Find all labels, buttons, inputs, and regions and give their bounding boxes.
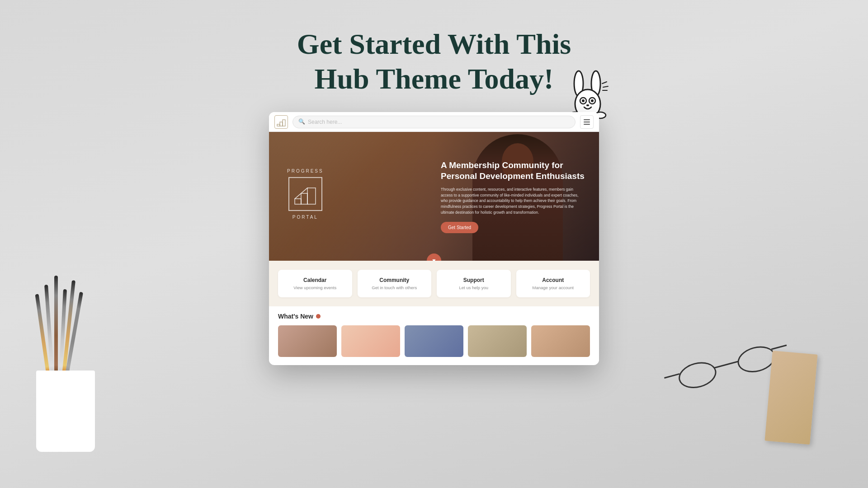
notebook-decoration (764, 351, 817, 445)
support-card-title: Support (442, 277, 505, 283)
hero-content: A Membership Community for Personal Deve… (441, 160, 585, 233)
search-bar[interactable]: 🔍 Search here... (292, 116, 576, 128)
glasses-bridge (714, 361, 739, 368)
chevron-down-icon: ▼ (431, 258, 437, 261)
svg-rect-15 (283, 120, 285, 126)
quick-link-community[interactable]: Community Get in touch with others (358, 270, 432, 297)
hamburger-line-2 (584, 122, 590, 122)
pencil-3 (54, 276, 58, 375)
hamburger-line-1 (584, 119, 590, 120)
quick-links-section: Calendar View upcoming events Community … (269, 261, 599, 306)
heading-line-2: Hub Theme Today! (297, 62, 571, 97)
quick-link-support[interactable]: Support Let us help you (437, 270, 511, 297)
quick-link-calendar[interactable]: Calendar View upcoming events (278, 270, 352, 297)
browser-window: 🔍 Search here... PROGRESS (269, 112, 599, 365)
whats-new-section: What's New (269, 306, 599, 362)
site-logo (274, 115, 288, 129)
hero-logo: PROGRESS PORTAL (287, 168, 324, 219)
svg-rect-18 (307, 188, 316, 204)
search-placeholder-text: Search here... (308, 119, 342, 125)
hero-logo-box (288, 177, 322, 211)
svg-line-11 (603, 86, 608, 87)
news-card-1[interactable] (278, 325, 337, 357)
svg-rect-13 (277, 124, 280, 126)
news-card-5[interactable] (531, 325, 590, 357)
hamburger-icon (584, 119, 590, 125)
whats-new-header: What's New (278, 313, 590, 320)
staircase-svg (277, 117, 286, 127)
menu-button[interactable] (580, 115, 594, 129)
svg-line-19 (295, 193, 301, 199)
community-card-subtitle: Get in touch with others (363, 285, 426, 290)
hero-logo-top-text: PROGRESS (287, 168, 324, 173)
svg-point-7 (586, 104, 589, 106)
calendar-card-subtitle: View upcoming events (283, 285, 347, 290)
main-heading: Get Started With This Hub Theme Today! (297, 27, 571, 97)
svg-point-6 (591, 99, 594, 102)
svg-rect-16 (295, 199, 301, 204)
account-card-subtitle: Manage your account (522, 285, 585, 290)
community-card-title: Community (363, 277, 426, 283)
account-card-title: Account (522, 277, 585, 283)
calendar-card-title: Calendar (283, 277, 347, 283)
hero-description: Through exclusive content, resources, an… (441, 187, 585, 216)
hero-logo-bottom-text: PORTAL (287, 214, 324, 219)
svg-point-5 (582, 99, 585, 102)
news-card-2[interactable] (341, 325, 400, 357)
heading-line-1: Get Started With This (297, 27, 571, 62)
new-badge (316, 314, 321, 319)
svg-line-10 (602, 82, 607, 84)
hero-title: A Membership Community for Personal Deve… (441, 160, 585, 182)
svg-rect-14 (280, 122, 283, 126)
browser-toolbar: 🔍 Search here... (269, 112, 599, 132)
hero-staircase-svg (294, 183, 316, 205)
cup-body (36, 371, 95, 452)
news-grid (278, 325, 590, 357)
svg-line-20 (301, 188, 307, 193)
whats-new-title: What's New (278, 313, 313, 320)
hamburger-line-3 (584, 124, 590, 125)
hero-cta-button[interactable]: Get Started (441, 222, 478, 233)
search-icon: 🔍 (298, 118, 305, 125)
news-card-3[interactable] (405, 325, 463, 357)
support-card-subtitle: Let us help you (442, 285, 505, 290)
quick-link-account[interactable]: Account Manage your account (516, 270, 590, 297)
news-card-4[interactable] (468, 325, 527, 357)
hero-section: PROGRESS PORTAL A Membership Community f… (269, 132, 599, 261)
pencil-cup-decoration (27, 307, 108, 452)
svg-rect-17 (301, 193, 307, 204)
